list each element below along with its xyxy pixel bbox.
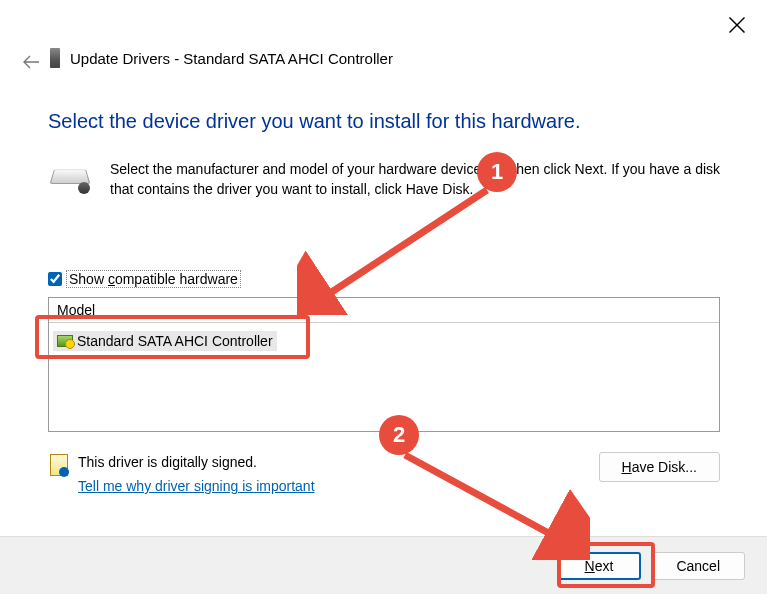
subtitle-text: Select the device driver you want to ins… bbox=[48, 110, 580, 133]
dialog-window: Update Drivers - Standard SATA AHCI Cont… bbox=[0, 0, 767, 594]
model-list-item[interactable]: Standard SATA AHCI Controller bbox=[53, 331, 277, 351]
next-button[interactable]: Next bbox=[557, 552, 642, 580]
model-item-text: Standard SATA AHCI Controller bbox=[77, 333, 273, 349]
signing-info-link[interactable]: Tell me why driver signing is important bbox=[78, 478, 315, 494]
driver-item-icon bbox=[57, 335, 73, 347]
instruction-text: Select the manufacturer and model of you… bbox=[110, 160, 730, 199]
show-compatible-label[interactable]: Show compatible hardware bbox=[66, 270, 241, 288]
show-compatible-checkbox[interactable] bbox=[48, 272, 62, 286]
drive-icon bbox=[50, 48, 60, 68]
certificate-icon bbox=[50, 454, 68, 476]
annotation-arrow-1 bbox=[297, 185, 497, 315]
svg-line-3 bbox=[315, 190, 487, 303]
dialog-title: Update Drivers - Standard SATA AHCI Cont… bbox=[70, 50, 393, 67]
cancel-button[interactable]: Cancel bbox=[651, 552, 745, 580]
close-button[interactable] bbox=[727, 15, 747, 35]
signing-text-block: This driver is digitally signed. Tell me… bbox=[78, 454, 315, 494]
signing-status-text: This driver is digitally signed. bbox=[78, 454, 257, 470]
model-listbox[interactable]: Model Standard SATA AHCI Controller bbox=[48, 297, 720, 432]
dialog-footer: Next Cancel bbox=[0, 536, 767, 594]
back-arrow-icon[interactable] bbox=[22, 55, 40, 73]
dialog-header: Update Drivers - Standard SATA AHCI Cont… bbox=[50, 48, 393, 68]
svg-line-5 bbox=[405, 455, 565, 542]
have-disk-button[interactable]: Have Disk... bbox=[599, 452, 720, 482]
model-column-header: Model bbox=[49, 298, 719, 323]
compatible-checkbox-row: Show compatible hardware bbox=[48, 270, 241, 288]
hardware-icon bbox=[50, 164, 92, 194]
signing-info: This driver is digitally signed. Tell me… bbox=[50, 454, 315, 494]
instruction-area: Select the manufacturer and model of you… bbox=[50, 160, 730, 199]
